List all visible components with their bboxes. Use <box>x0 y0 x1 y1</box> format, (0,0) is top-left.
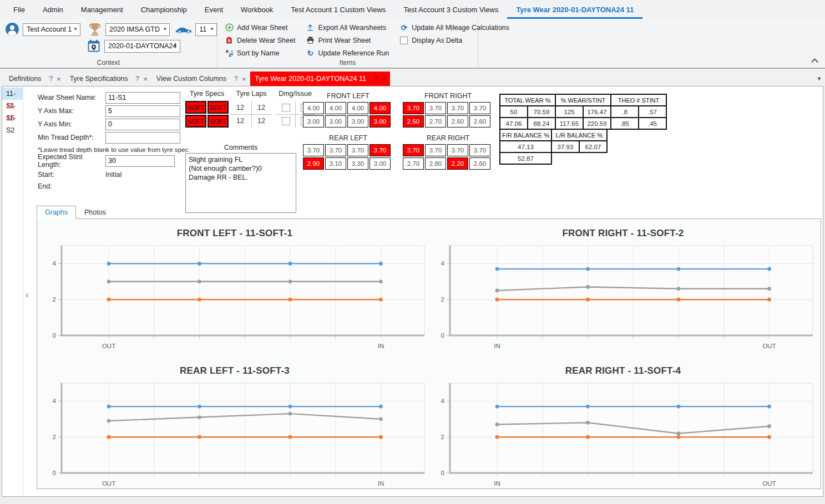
dmg-issue-checkbox-1[interactable] <box>282 104 290 112</box>
tyre-spec-cell-2[interactable]: SOFT <box>207 101 229 114</box>
wear-value-cell[interactable]: 3.70 <box>325 144 346 156</box>
tab-close-icon[interactable]: × <box>382 75 386 83</box>
display-as-delta-checkbox[interactable] <box>399 37 409 44</box>
tab-photos[interactable]: Photos <box>76 206 114 219</box>
wear-value-cell[interactable]: 3.00 <box>370 115 391 128</box>
wear-value-cell[interactable]: 3.70 <box>403 102 424 114</box>
expected-stint-length-input[interactable] <box>105 155 175 167</box>
tab-close-icon[interactable]: × <box>242 75 246 83</box>
wear-value-cell[interactable]: 2.90 <box>303 157 324 170</box>
sheet-list-item-11-s2[interactable]: 11-S2 <box>2 112 23 124</box>
sheet-list-item-11-s5[interactable]: 11-S5 <box>2 100 23 112</box>
tyre-laps-cell-2[interactable]: 12 <box>252 101 271 114</box>
min-tread-depth-input[interactable] <box>105 132 180 144</box>
add-icon <box>224 23 234 32</box>
tyre-laps-cell-3[interactable]: 12 <box>231 114 250 128</box>
wear-value-cell[interactable]: 3.70 <box>403 144 424 156</box>
wear-table-title: REAR RIGHT <box>403 134 493 142</box>
wear-value-cell[interactable]: 3.70 <box>447 102 468 114</box>
wear-value-cell[interactable]: 2.60 <box>469 157 490 170</box>
tab-help-icon[interactable]: ? <box>49 75 53 83</box>
chart-plot: 024INOUT <box>429 241 817 358</box>
print-wear-sheet-button[interactable]: Print Wear Sheet <box>303 34 391 47</box>
wear-value-cell[interactable]: 3.70 <box>447 144 468 156</box>
tab-help-icon[interactable]: ? <box>234 75 238 83</box>
doc-tab-tyre-wear-2020-01-daytona24-11[interactable]: Tyre Wear 2020-01-DAYTONA24 11?× <box>250 72 390 86</box>
wear-value-cell[interactable]: 2.20 <box>447 157 468 170</box>
svg-text:IN: IN <box>378 480 384 487</box>
menu-item-championship[interactable]: Championship <box>132 0 196 19</box>
wear-value-cell[interactable]: 3.70 <box>425 102 446 114</box>
print-wear-sheet-label: Print Wear Sheet <box>318 37 371 44</box>
wear-value-cell[interactable]: 4.00 <box>347 102 368 114</box>
wear-value-cell[interactable]: 2.50 <box>403 115 424 128</box>
doc-tab-label: Tyre Wear 2020-01-DAYTONA24 11 <box>255 75 366 83</box>
sheet-list-item-11-s1[interactable]: 11-S1 <box>2 88 23 100</box>
wear-value-cell[interactable]: 2.60 <box>447 115 468 128</box>
menu-item-management[interactable]: Management <box>72 0 132 19</box>
tyre-laps-cell-1[interactable]: 12 <box>231 101 250 114</box>
wear-value-cell[interactable]: 3.70 <box>347 144 368 156</box>
add-wear-sheet-button[interactable]: Add Wear Sheet <box>222 21 297 34</box>
sort-by-name-button[interactable]: AZSort by Name <box>222 47 297 59</box>
wear-value-cell[interactable]: 3.70 <box>370 144 391 156</box>
tab-close-icon[interactable]: × <box>143 75 148 83</box>
wear-value-cell[interactable]: 3.00 <box>325 115 346 128</box>
wear-value-cell[interactable]: 3.00 <box>347 115 368 128</box>
doc-tab-view-custom-columns[interactable]: View Custom Columns?× <box>152 72 250 86</box>
update-reference-run-button[interactable]: ↻Update Reference Run <box>303 47 391 59</box>
tab-help-icon[interactable]: ? <box>136 75 140 83</box>
collapse-ribbon-icon[interactable] <box>812 58 817 63</box>
collapse-left-icon[interactable]: ‹ <box>26 289 29 301</box>
y-axis-min-input[interactable] <box>105 119 180 130</box>
wear-value-cell[interactable]: 3.70 <box>469 102 490 114</box>
svg-text:2: 2 <box>53 434 56 440</box>
wear-value-cell[interactable]: 2.70 <box>425 115 446 128</box>
dmg-issue-checkbox-3[interactable] <box>282 117 290 125</box>
menu-item-test-account-1-custom-views[interactable]: Test Account 1 Custom Views <box>282 0 394 19</box>
tab-help-icon[interactable]: ? <box>374 75 378 83</box>
event-select[interactable]: 2020-01-DAYTONA24 ▼ <box>104 40 180 53</box>
wear-value-cell[interactable]: 3.70 <box>469 144 490 156</box>
menu-item-active-wearsheet[interactable]: Tyre Wear 2020-01-DAYTONA24 11 <box>507 0 642 19</box>
wear-value-cell[interactable]: 3.70 <box>425 144 446 156</box>
y-axis-max-input[interactable] <box>105 105 180 117</box>
sync-icon: ⟳ <box>399 23 409 32</box>
wear-value-cell[interactable]: 2.80 <box>425 157 446 170</box>
delete-wear-sheet-button[interactable]: Delete Wear Sheet <box>222 34 297 47</box>
wear-value-cell[interactable]: 2.60 <box>469 115 490 128</box>
svg-text:OUT: OUT <box>102 343 115 349</box>
expected-stint-length-label: Expected Stint Length: <box>38 153 105 169</box>
account-select[interactable]: Test Account 1 ▼ <box>23 23 80 36</box>
menu-item-file[interactable]: File <box>4 0 34 19</box>
tyre-spec-cell-1[interactable]: SOFT <box>185 101 206 114</box>
menu-item-workbook[interactable]: Workbook <box>232 0 282 19</box>
tyre-spec-cell-4[interactable]: SOFT <box>207 115 229 128</box>
wear-value-cell[interactable]: 3.00 <box>370 157 391 170</box>
championship-select[interactable]: 2020 IMSA GTD ▼ <box>105 23 170 36</box>
menu-item-admin[interactable]: Admin <box>34 0 72 19</box>
doc-tab-definitions[interactable]: Definitions?× <box>4 72 65 86</box>
wear-sheet-name-input[interactable] <box>105 92 180 104</box>
wear-value-cell[interactable]: 3.00 <box>303 115 324 128</box>
doc-tab-tyre-specifications[interactable]: Tyre Specifications?× <box>65 72 152 86</box>
wear-value-cell[interactable]: 4.00 <box>325 102 346 114</box>
wear-value-cell[interactable]: 4.00 <box>303 102 324 114</box>
chevron-down-icon: ▼ <box>173 43 178 48</box>
menu-item-event[interactable]: Event <box>196 0 232 19</box>
menu-item-test-account-3-custom-views[interactable]: Test Account 3 Custom Views <box>394 0 507 19</box>
tab-list-dropdown-icon[interactable]: ▼ <box>817 76 822 82</box>
wear-value-cell[interactable]: 2.70 <box>403 157 424 170</box>
tab-close-icon[interactable]: × <box>57 75 61 83</box>
wear-value-cell[interactable]: 3.30 <box>347 157 368 170</box>
wear-value-cell[interactable]: 4.00 <box>370 102 391 114</box>
wear-value-cell[interactable]: 3.10 <box>325 157 346 170</box>
tyre-laps-cell-4[interactable]: 12 <box>252 114 271 128</box>
tab-graphs[interactable]: Graphs <box>37 206 76 219</box>
tyre-spec-cell-3[interactable]: SOFT <box>185 115 206 128</box>
sheet-list-splitter[interactable]: ‹ <box>23 86 36 496</box>
comments-textarea[interactable]: Slight graining FL (Not enough camber?)0… <box>185 153 296 213</box>
wear-value-cell[interactable]: 3.70 <box>303 144 324 156</box>
export-all-wearsheets-button[interactable]: Export All Wearsheets <box>303 21 391 34</box>
car-number-select[interactable]: 11 ▼ <box>195 23 217 36</box>
